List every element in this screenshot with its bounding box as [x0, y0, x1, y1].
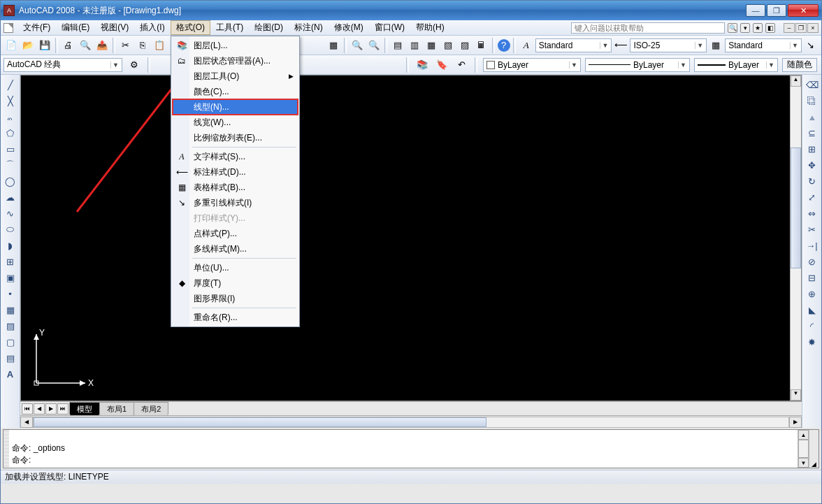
hatch-icon[interactable]: ▦ — [3, 303, 18, 317]
menu-insert[interactable]: 插入(I) — [134, 20, 170, 35]
dim-style-icon[interactable]: ⟵ — [613, 38, 628, 53]
menu-item-lineweight[interactable]: 线宽(W)... — [173, 115, 298, 130]
drawing-canvas[interactable]: X Y ▲ ▼ — [20, 75, 802, 401]
gradient-icon[interactable]: ▨ — [3, 319, 18, 333]
point-icon[interactable]: • — [3, 287, 18, 301]
help-search-input[interactable] — [571, 22, 725, 34]
break-at-point-icon[interactable]: ⊘ — [805, 254, 820, 268]
ellipse-icon[interactable]: ⬭ — [3, 222, 18, 236]
circle-icon[interactable]: ◯ — [3, 174, 18, 188]
menu-modify[interactable]: 修改(M) — [329, 20, 369, 35]
tab-prev-button[interactable]: ◀ — [34, 403, 45, 415]
break-icon[interactable]: ⊟ — [805, 271, 820, 285]
rectangle-icon[interactable]: ▭ — [3, 142, 18, 156]
command-grip[interactable] — [3, 430, 9, 468]
menu-item-table-style[interactable]: ▦表格样式(B)... — [173, 180, 298, 195]
polygon-icon[interactable]: ⬠ — [3, 126, 18, 140]
line-icon[interactable]: ╱ — [3, 78, 18, 92]
layer-previous-icon[interactable]: ↶ — [454, 57, 469, 73]
polyline-icon[interactable]: ⩋ — [3, 110, 18, 124]
mtext-icon[interactable]: A — [3, 367, 18, 381]
cut-icon[interactable]: ✂ — [118, 38, 134, 53]
insert-block-icon[interactable]: ⊞ — [3, 254, 18, 268]
save-icon[interactable]: 💾 — [37, 38, 52, 53]
tab-last-button[interactable]: ⏭ — [57, 403, 68, 415]
menu-edit[interactable]: 编辑(E) — [56, 20, 95, 35]
region-icon[interactable]: ▢ — [3, 335, 18, 349]
revision-cloud-icon[interactable]: ☁ — [3, 190, 18, 204]
copy-object-icon[interactable]: ⿻ — [805, 94, 820, 108]
tab-first-button[interactable]: ⏮ — [22, 403, 33, 415]
menu-item-linetype[interactable]: 线型(N)... — [173, 99, 298, 115]
linetype-dropdown[interactable]: ByLayer ▼ — [585, 58, 690, 72]
menu-format[interactable]: 格式(O) — [171, 20, 210, 35]
join-icon[interactable]: ⊕ — [805, 287, 820, 301]
menu-item-color[interactable]: 颜色(C)... — [173, 84, 298, 99]
document-icon[interactable] — [3, 23, 13, 33]
table-icon[interactable]: ▤ — [3, 351, 18, 365]
plot-preview-icon[interactable]: 🔍 — [78, 38, 93, 53]
publish-icon[interactable]: 📤 — [94, 38, 110, 53]
arc-icon[interactable]: ⌒ — [3, 158, 18, 172]
text-style-dropdown[interactable]: Standard ▼ — [535, 38, 612, 52]
zoom-previous-icon[interactable]: 🔍 — [366, 38, 382, 53]
menu-view[interactable]: 视图(V) — [95, 20, 134, 35]
offset-icon[interactable]: ⊆ — [805, 126, 820, 140]
trim-icon[interactable]: ✂ — [805, 222, 820, 236]
tab-layout2[interactable]: 布局2 — [134, 402, 168, 416]
menu-item-multileader-style[interactable]: ↘多重引线样式(I) — [173, 195, 298, 210]
sheet-set-icon[interactable]: ▧ — [440, 38, 456, 53]
explode-icon[interactable]: ✸ — [805, 335, 820, 349]
menu-item-layer-state-manager[interactable]: 🗂图层状态管理器(A)... — [173, 53, 298, 69]
help-dropdown-icon[interactable]: ▾ — [740, 23, 750, 33]
canvas-vscrollbar[interactable]: ▲ ▼ — [790, 75, 801, 401]
mleader-style-icon[interactable]: ↘ — [803, 38, 819, 53]
tool-palettes-icon[interactable]: ▦ — [424, 38, 439, 53]
command-resize-grip[interactable]: ◢ — [809, 430, 819, 468]
paste-icon[interactable]: 📋 — [152, 38, 167, 53]
command-window[interactable]: 命令: _options 命令: ▲▼ ◢ — [3, 429, 819, 468]
tab-next-button[interactable]: ▶ — [45, 403, 57, 415]
menu-tools[interactable]: 工具(T) — [210, 20, 249, 35]
menu-item-scale-list[interactable]: 比例缩放列表(E)... — [173, 130, 298, 145]
menu-item-thickness[interactable]: ◆厚度(T) — [173, 275, 298, 291]
spline-icon[interactable]: ∿ — [3, 206, 18, 220]
layer-states-icon[interactable]: ▥ — [407, 38, 422, 53]
menu-dimension[interactable]: 标注(N) — [289, 20, 329, 35]
open-icon[interactable]: 📂 — [20, 38, 36, 53]
layer-manager-icon[interactable]: 📚 — [414, 57, 430, 73]
doc-close-button[interactable]: × — [807, 23, 819, 33]
menu-draw[interactable]: 绘图(D) — [249, 20, 289, 35]
doc-restore-button[interactable]: ❐ — [795, 23, 807, 33]
workspace-settings-icon[interactable]: ⚙ — [127, 57, 142, 73]
dim-style-dropdown[interactable]: ISO-25 ▼ — [630, 38, 707, 52]
table-style-icon[interactable]: ▦ — [708, 38, 723, 53]
mirror-icon[interactable]: ⟁ — [805, 110, 820, 124]
fillet-icon[interactable]: ◜ — [805, 319, 820, 333]
canvas-hscrollbar[interactable]: ◀▶ — [20, 415, 802, 428]
command-vscrollbar[interactable]: ▲▼ — [798, 430, 809, 468]
help-icon[interactable]: ? — [498, 39, 510, 52]
menu-item-layer[interactable]: 📚图层(L)... — [173, 38, 298, 53]
copy-icon[interactable]: ⎘ — [135, 38, 150, 53]
menu-item-text-style[interactable]: A文字样式(S)... — [173, 149, 298, 164]
text-style-icon[interactable]: A — [519, 38, 534, 53]
print-icon[interactable]: 🖨 — [61, 38, 76, 53]
workspace-dropdown[interactable]: AutoCAD 经典 ▼ — [3, 58, 122, 72]
doc-minimize-button[interactable]: – — [784, 23, 795, 33]
menu-file[interactable]: 文件(F) — [17, 20, 56, 35]
menu-item-drawing-limits[interactable]: 图形界限(I) — [173, 291, 298, 306]
make-block-icon[interactable]: ▣ — [3, 271, 18, 285]
menu-item-dimension-style[interactable]: ⟵标注样式(D)... — [173, 164, 298, 180]
array-icon[interactable]: ⊞ — [805, 142, 820, 156]
menu-item-units[interactable]: 单位(U)... — [173, 260, 298, 275]
menu-item-layer-tools[interactable]: 图层工具(O)▶ — [173, 69, 298, 84]
color-dropdown[interactable]: ByLayer ▼ — [483, 58, 581, 72]
new-icon[interactable]: 📄 — [3, 38, 19, 53]
block-editor-icon[interactable]: ▦ — [326, 38, 341, 53]
ellipse-arc-icon[interactable]: ◗ — [3, 238, 18, 252]
menu-window[interactable]: 窗口(W) — [369, 20, 410, 35]
erase-icon[interactable]: ⌫ — [805, 78, 820, 92]
favorites-icon[interactable]: ★ — [753, 23, 763, 33]
menu-item-point-style[interactable]: 点样式(P)... — [173, 226, 298, 241]
